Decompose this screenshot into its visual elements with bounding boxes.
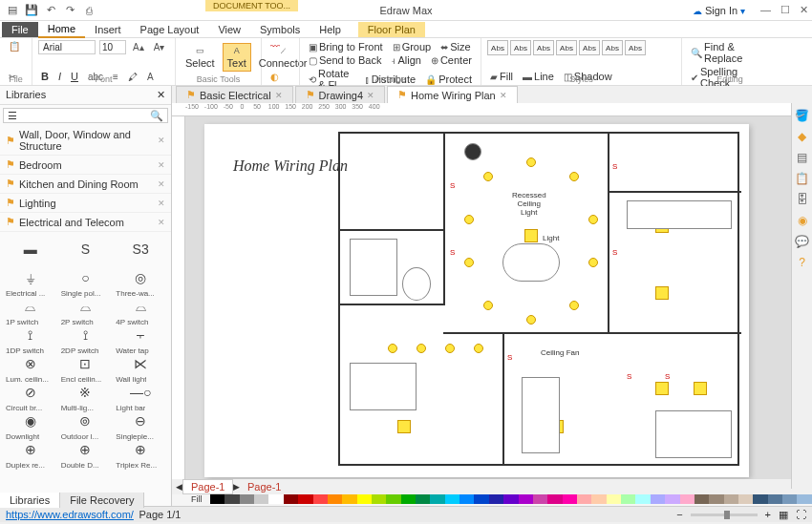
color-swatch[interactable] xyxy=(621,494,635,504)
library-category[interactable]: ⚑Lighting✕ xyxy=(0,194,171,213)
shape-item[interactable]: ▬ xyxy=(4,236,57,262)
menu-home[interactable]: Home xyxy=(38,21,85,38)
color-swatch[interactable] xyxy=(694,494,709,504)
color-swatch[interactable] xyxy=(372,494,386,504)
color-swatch[interactable] xyxy=(753,494,767,504)
color-swatch[interactable] xyxy=(430,494,444,504)
font-name-select[interactable]: Arial xyxy=(38,40,96,54)
center-button[interactable]: ⊕ Center xyxy=(428,53,475,67)
color-swatch[interactable] xyxy=(342,494,356,504)
maximize-icon[interactable]: ☐ xyxy=(780,4,790,16)
style-preset[interactable]: Abs xyxy=(579,40,600,55)
shape-item[interactable]: ⏚Electrical ... xyxy=(4,264,57,291)
close-icon[interactable]: ✕ xyxy=(367,91,374,100)
status-url[interactable]: https://www.edrawsoft.com/ xyxy=(6,509,134,520)
color-swatch[interactable] xyxy=(738,494,753,504)
color-swatch[interactable] xyxy=(401,494,416,504)
color-swatch[interactable] xyxy=(284,494,298,504)
align-button[interactable]: ⫞ Align xyxy=(388,53,423,67)
color-swatch[interactable] xyxy=(489,494,503,504)
menu-floor-plan[interactable]: Floor Plan xyxy=(358,22,425,37)
close-icon[interactable]: ✕ xyxy=(158,136,165,145)
color-swatch[interactable] xyxy=(782,494,797,504)
comment-icon[interactable]: 💬 xyxy=(795,235,810,250)
color-swatch[interactable] xyxy=(503,494,518,504)
line-style-icon[interactable]: 〰 xyxy=(267,40,283,52)
color-palette[interactable]: Fill xyxy=(172,494,812,506)
bring-front-button[interactable]: ▣ Bring to Front xyxy=(306,40,386,53)
library-close-icon[interactable]: ✕ xyxy=(157,89,165,101)
color-swatch[interactable] xyxy=(386,494,400,504)
find-button[interactable]: 🔍 Find & Replace xyxy=(688,40,772,65)
grow-font-icon[interactable]: A▴ xyxy=(130,41,147,53)
view-mode-icon[interactable]: ▦ xyxy=(779,509,788,521)
size-button[interactable]: ⬌ Size xyxy=(438,40,473,53)
document-tab[interactable]: ⚑Basic Electrical✕ xyxy=(176,86,293,103)
layers-icon[interactable]: ▤ xyxy=(795,151,810,166)
style-preset[interactable]: Abs xyxy=(533,40,554,55)
clipboard-icon[interactable]: 📋 xyxy=(795,172,810,187)
group-button[interactable]: ⊞ Group xyxy=(390,40,435,53)
color-swatch[interactable] xyxy=(797,494,811,504)
color-swatch[interactable] xyxy=(210,494,224,504)
close-icon[interactable]: ✕ xyxy=(158,179,165,189)
color-swatch[interactable] xyxy=(357,494,372,504)
color-swatch[interactable] xyxy=(224,494,239,504)
page-tab-1[interactable]: Page-1 xyxy=(182,479,233,494)
color-swatch[interactable] xyxy=(709,494,723,504)
shadow-style-icon[interactable]: ◐ xyxy=(267,71,282,83)
send-back-button[interactable]: ▢ Send to Back xyxy=(306,53,384,67)
color-swatch[interactable] xyxy=(416,494,430,504)
color-swatch[interactable] xyxy=(298,494,312,504)
floor-plan[interactable]: RecessedCeilingLight Light Ceiling Fan S… xyxy=(338,132,739,466)
library-category[interactable]: ⚑Kitchen and Dining Room✕ xyxy=(0,175,171,194)
style-preset[interactable]: Abs xyxy=(487,40,508,55)
library-category[interactable]: ⚑Wall, Door, Window and Structure✕ xyxy=(0,126,171,156)
document-tab[interactable]: ⚑Home Wiring Plan✕ xyxy=(387,86,518,103)
tab-libraries[interactable]: Libraries xyxy=(0,493,60,508)
select-tool[interactable]: ▭Select xyxy=(182,44,219,71)
color-swatch[interactable] xyxy=(313,494,328,504)
close-icon[interactable]: ✕ xyxy=(500,91,507,100)
color-swatch[interactable] xyxy=(724,494,738,504)
sign-in-link[interactable]: ☁ Sign In ▾ xyxy=(693,5,745,16)
menu-help[interactable]: Help xyxy=(310,22,351,37)
color-swatch[interactable] xyxy=(459,494,474,504)
color-swatch[interactable] xyxy=(519,494,533,504)
color-swatch[interactable] xyxy=(591,494,606,504)
color-swatch[interactable] xyxy=(268,494,283,504)
color-swatch[interactable] xyxy=(607,494,621,504)
library-search[interactable]: ☰ 🔍 xyxy=(3,108,168,123)
zoom-out-icon[interactable]: − xyxy=(676,509,682,520)
shape-item[interactable]: S xyxy=(59,236,113,262)
shape-item[interactable]: S3 xyxy=(114,236,167,262)
document-tab[interactable]: ⚑Drawing4✕ xyxy=(295,86,385,103)
menu-page-layout[interactable]: Page Layout xyxy=(131,22,209,37)
shape-item[interactable]: ◎Three-wa... xyxy=(114,264,167,291)
paste-icon[interactable]: 📋 xyxy=(6,40,23,52)
close-icon[interactable]: ✕ xyxy=(158,199,165,208)
color-swatch[interactable] xyxy=(680,494,694,504)
font-size-select[interactable]: 10 xyxy=(99,40,126,54)
menu-insert[interactable]: Insert xyxy=(85,22,131,37)
library-search-input[interactable] xyxy=(17,111,150,121)
app-menu-icon[interactable]: ▤ xyxy=(6,4,19,17)
color-swatch[interactable] xyxy=(445,494,459,504)
zoom-slider[interactable] xyxy=(691,514,758,516)
canvas[interactable]: Home Wiring Plan xyxy=(185,116,812,479)
shape-item[interactable]: ○Single pol... xyxy=(59,264,113,291)
style-preset[interactable]: Abs xyxy=(556,40,577,55)
save-icon[interactable]: 💾 xyxy=(25,4,38,17)
color-swatch[interactable] xyxy=(768,494,782,504)
settings-icon[interactable]: ◉ xyxy=(795,214,810,229)
close-icon[interactable]: ✕ xyxy=(800,4,808,16)
page[interactable]: Home Wiring Plan xyxy=(204,124,749,477)
color-swatch[interactable] xyxy=(577,494,591,504)
close-icon[interactable]: ✕ xyxy=(158,218,165,227)
library-category[interactable]: ⚑Bedroom✕ xyxy=(0,156,171,175)
minimize-icon[interactable]: — xyxy=(760,4,771,16)
color-swatch[interactable] xyxy=(254,494,268,504)
shrink-font-icon[interactable]: A▾ xyxy=(151,41,168,53)
fit-page-icon[interactable]: ⛶ xyxy=(796,509,806,520)
text-tool[interactable]: AText xyxy=(223,43,251,72)
